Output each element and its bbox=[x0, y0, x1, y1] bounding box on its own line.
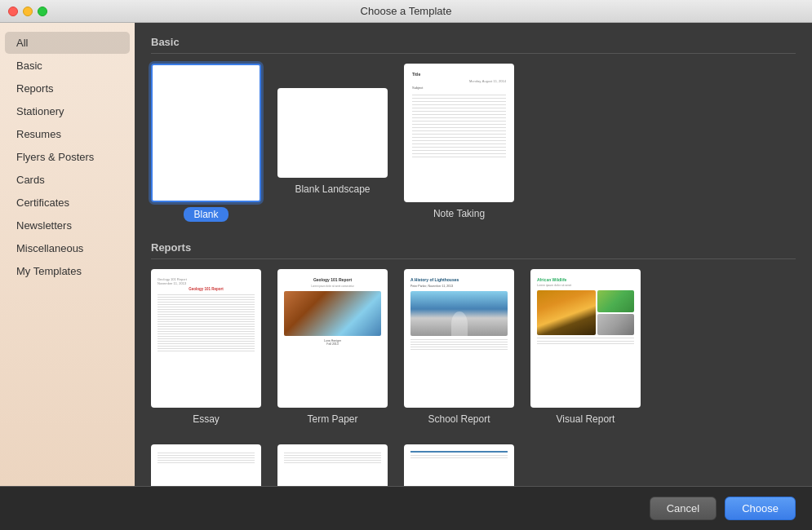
sidebar-item-flyers-posters[interactable]: Flyers & Posters bbox=[5, 146, 130, 168]
essay-body bbox=[158, 294, 255, 351]
sidebar-item-cards[interactable]: Cards bbox=[5, 169, 130, 191]
template-partial-3[interactable] bbox=[404, 444, 514, 486]
essay-title: Geology 101 Report bbox=[158, 287, 255, 291]
school-divider4 bbox=[410, 347, 508, 347]
template-blank-landscape-label: Blank Landscape bbox=[295, 183, 370, 195]
visual-report-subtitle: Lorem ipsum dolor sit amet bbox=[537, 284, 634, 287]
template-note-taking-label: Note Taking bbox=[433, 208, 485, 219]
school-report-preview: A History of Lighthouses Peter Parker, N… bbox=[406, 271, 512, 406]
note-subject: Subject bbox=[412, 86, 506, 90]
window-title: Choose a Template bbox=[361, 5, 452, 17]
school-report-subtitle: Peter Parker, November 11, 2013 bbox=[410, 285, 508, 288]
sidebar-item-all[interactable]: All bbox=[5, 32, 130, 54]
template-visual-report-label: Visual Report bbox=[557, 413, 615, 425]
template-note-taking-thumb[interactable]: Title Monday, August 11, 2014 Subject bbox=[404, 64, 514, 202]
term-title: Geology 101 Report bbox=[284, 277, 381, 282]
minimize-button[interactable] bbox=[23, 7, 33, 16]
template-visual-report-thumb[interactable]: African Wildlife Lorem ipsum dolor sit a… bbox=[530, 269, 641, 408]
term-author: Luna HanigerFall 2013 bbox=[284, 339, 381, 346]
term-subtitle: Lorem ipsum dolor sit amet consectetur bbox=[284, 285, 381, 288]
sidebar-item-resumes[interactable]: Resumes bbox=[5, 123, 130, 145]
template-term-paper-thumb[interactable]: Geology 101 Report Lorem ipsum dolor sit… bbox=[277, 269, 388, 408]
section-basic-header: Basic bbox=[151, 36, 796, 54]
school-report-title: A History of Lighthouses bbox=[410, 277, 508, 282]
blank-landscape-preview bbox=[279, 90, 386, 176]
sidebar-item-basic[interactable]: Basic bbox=[5, 55, 130, 77]
template-blank-selected-label: Blank bbox=[184, 207, 228, 222]
school-report-image bbox=[410, 291, 508, 336]
template-term-paper[interactable]: Geology 101 Report Lorem ipsum dolor sit… bbox=[277, 269, 388, 425]
template-blank-landscape-thumb[interactable] bbox=[277, 88, 388, 178]
school-divider2 bbox=[410, 342, 508, 342]
partial-thumb-1[interactable] bbox=[151, 444, 261, 486]
note-title: Title bbox=[412, 72, 506, 77]
template-term-paper-label: Term Paper bbox=[307, 413, 357, 425]
school-divider5 bbox=[410, 349, 508, 350]
visual-side-images bbox=[597, 290, 634, 335]
note-date: Monday, August 11, 2014 bbox=[412, 79, 506, 83]
visual-divider2 bbox=[537, 341, 634, 342]
template-blank-landscape[interactable]: Blank Landscape bbox=[277, 64, 388, 222]
sidebar: All Basic Reports Stationery Resumes Fly… bbox=[0, 23, 135, 486]
close-button[interactable] bbox=[8, 7, 18, 16]
visual-divider bbox=[537, 338, 634, 338]
visual-divider3 bbox=[537, 343, 634, 344]
visual-images-grid bbox=[537, 290, 634, 335]
note-taking-preview: Title Monday, August 11, 2014 Subject bbox=[406, 65, 512, 201]
template-school-report-label: School Report bbox=[428, 413, 490, 425]
template-note-taking[interactable]: Title Monday, August 11, 2014 Subject bbox=[404, 64, 514, 222]
term-paper-preview: Geology 101 Report Lorem ipsum dolor sit… bbox=[279, 271, 386, 406]
sidebar-item-my-templates[interactable]: My Templates bbox=[5, 260, 130, 282]
main-container: All Basic Reports Stationery Resumes Fly… bbox=[0, 23, 812, 486]
window-controls bbox=[8, 7, 47, 16]
cancel-button[interactable]: Cancel bbox=[650, 497, 717, 520]
blank-preview bbox=[153, 65, 260, 201]
note-lines bbox=[412, 95, 506, 157]
reports-templates-grid: Geology 101 ReportNovember 11, 2013 Geol… bbox=[151, 269, 796, 425]
essay-preview: Geology 101 ReportNovember 11, 2013 Geol… bbox=[153, 271, 260, 406]
partial-thumb-3[interactable] bbox=[404, 444, 514, 486]
visual-report-title: African Wildlife bbox=[537, 277, 634, 282]
visual-side-image-1 bbox=[597, 290, 634, 312]
template-partial-1[interactable] bbox=[151, 444, 261, 486]
partial-thumb-2[interactable] bbox=[277, 444, 388, 486]
template-blank-thumb[interactable] bbox=[151, 64, 261, 202]
bottom-partial-grid bbox=[151, 444, 796, 486]
template-visual-report[interactable]: African Wildlife Lorem ipsum dolor sit a… bbox=[530, 269, 641, 425]
template-partial-2[interactable] bbox=[277, 444, 388, 486]
visual-main-image bbox=[537, 290, 596, 335]
essay-meta: Geology 101 ReportNovember 11, 2013 bbox=[158, 277, 255, 285]
school-divider bbox=[410, 339, 508, 340]
template-essay-label: Essay bbox=[193, 413, 220, 425]
visual-side-image-2 bbox=[597, 314, 634, 336]
maximize-button[interactable] bbox=[38, 7, 47, 16]
basic-templates-grid: Blank Blank Landscape Title Monday, Augu… bbox=[151, 64, 796, 222]
template-essay[interactable]: Geology 101 ReportNovember 11, 2013 Geol… bbox=[151, 269, 261, 425]
sidebar-item-stationery[interactable]: Stationery bbox=[5, 100, 130, 122]
template-essay-thumb[interactable]: Geology 101 ReportNovember 11, 2013 Geol… bbox=[151, 269, 261, 408]
template-school-report[interactable]: A History of Lighthouses Peter Parker, N… bbox=[404, 269, 514, 425]
titlebar: Choose a Template bbox=[0, 0, 812, 23]
content-area: Basic Blank Blank Landscape Ti bbox=[135, 23, 812, 486]
bottom-bar: Cancel Choose bbox=[0, 486, 812, 530]
choose-button[interactable]: Choose bbox=[725, 497, 796, 520]
sidebar-item-certificates[interactable]: Certificates bbox=[5, 192, 130, 214]
template-blank[interactable]: Blank bbox=[151, 64, 261, 222]
sidebar-item-newsletters[interactable]: Newsletters bbox=[5, 214, 130, 236]
term-image bbox=[284, 291, 381, 336]
visual-report-preview: African Wildlife Lorem ipsum dolor sit a… bbox=[532, 271, 639, 406]
template-school-report-thumb[interactable]: A History of Lighthouses Peter Parker, N… bbox=[404, 269, 514, 408]
school-divider3 bbox=[410, 344, 508, 345]
sidebar-item-reports[interactable]: Reports bbox=[5, 77, 130, 99]
sidebar-item-miscellaneous[interactable]: Miscellaneous bbox=[5, 237, 130, 259]
section-reports-header: Reports bbox=[151, 241, 796, 259]
